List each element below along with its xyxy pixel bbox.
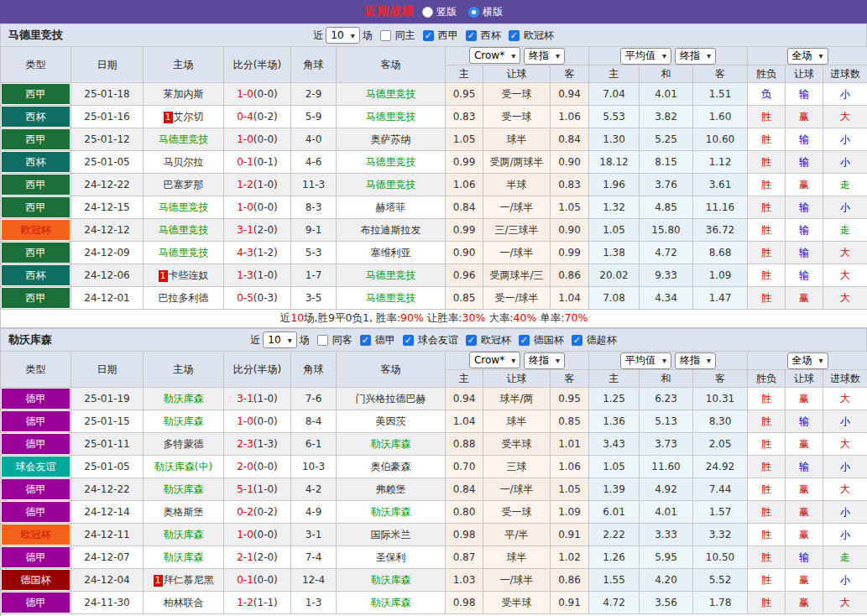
odds-source-select[interactable]: Crow*▾ bbox=[469, 47, 520, 64]
radio-icon[interactable] bbox=[468, 7, 479, 18]
league-checkbox-0[interactable] bbox=[360, 335, 371, 346]
handicap-line: 受一球 bbox=[483, 501, 551, 524]
league-checkbox-4[interactable] bbox=[572, 335, 582, 346]
scope-select[interactable]: 全场▾ bbox=[787, 48, 828, 65]
col-header-odds-away: 客 bbox=[551, 65, 589, 83]
layout-option-vertical[interactable]: 竖版 bbox=[422, 5, 457, 19]
avg-away: 5.52 bbox=[693, 569, 748, 592]
home-team[interactable]: 勒沃库森 bbox=[144, 524, 224, 546]
halftime-score: (0-0) bbox=[253, 133, 278, 145]
handicap-line: 一/球半 bbox=[483, 242, 551, 264]
result-handicap: 赢 bbox=[786, 592, 823, 614]
avg-home: 1.25 bbox=[589, 388, 640, 410]
away-team[interactable]: 马德里竞技 bbox=[337, 287, 446, 310]
avg-home: 1.38 bbox=[589, 242, 640, 264]
summary-segment: 90% bbox=[400, 311, 424, 324]
league-checkbox-1[interactable] bbox=[403, 335, 414, 346]
home-team[interactable]: 勒沃库森 bbox=[144, 478, 224, 501]
away-team[interactable]: 弗赖堡 bbox=[337, 478, 446, 501]
away-team[interactable]: 勒沃库森 bbox=[337, 569, 446, 592]
away-team[interactable]: 勒沃库森 bbox=[337, 501, 446, 524]
radio-icon[interactable] bbox=[422, 7, 433, 18]
league-checkbox-0[interactable] bbox=[423, 30, 434, 41]
score-halftime: 0-5(0-3) bbox=[224, 287, 291, 310]
away-team[interactable]: 马德里竞技 bbox=[337, 151, 446, 174]
fulltime-score: 0-1 bbox=[237, 574, 253, 586]
average-select[interactable]: 平均值▾ bbox=[620, 352, 671, 369]
same-side-checkbox[interactable] bbox=[380, 30, 391, 41]
fulltime-score: 5-1 bbox=[237, 483, 253, 495]
league-checkbox-2[interactable] bbox=[509, 30, 520, 41]
away-team[interactable]: 门兴格拉德巴赫 bbox=[337, 388, 446, 410]
league-checkbox-1[interactable] bbox=[466, 30, 477, 41]
away-team[interactable]: 勒沃库森 bbox=[337, 433, 446, 456]
col-header-result-goals: 进球数 bbox=[823, 65, 867, 83]
home-team[interactable]: 莱加内斯 bbox=[144, 83, 224, 106]
summary-segment: 70% bbox=[565, 311, 588, 324]
result-goals: 小 bbox=[823, 456, 867, 478]
home-team[interactable]: 马德里竞技 bbox=[144, 128, 224, 151]
odds-final-select[interactable]: 终指▾ bbox=[524, 48, 565, 65]
same-side-checkbox[interactable] bbox=[317, 335, 328, 346]
away-team[interactable]: 奥萨苏纳 bbox=[337, 128, 446, 151]
corner-count: 5-3 bbox=[291, 242, 337, 264]
home-team[interactable]: 1艾尔切 bbox=[144, 106, 224, 128]
away-team[interactable]: 圣保利 bbox=[337, 546, 446, 569]
away-team[interactable]: 马德里竞技 bbox=[337, 83, 446, 106]
result-handicap: 输 bbox=[786, 456, 823, 478]
away-team[interactable]: 国际米兰 bbox=[337, 524, 446, 546]
avg-away: 10.60 bbox=[693, 128, 748, 151]
away-team[interactable]: 赫塔菲 bbox=[337, 196, 446, 219]
result-wdl: 胜 bbox=[748, 478, 786, 501]
result-wdl: 胜 bbox=[748, 196, 786, 219]
league-checkbox-3[interactable] bbox=[519, 335, 530, 346]
match-count-select[interactable]: 10▾ bbox=[263, 331, 296, 348]
odds-source-select[interactable]: Crow*▾ bbox=[469, 352, 520, 368]
team-name-text: 美因茨 bbox=[376, 415, 406, 427]
away-team[interactable]: 勒沃库森 bbox=[337, 592, 446, 614]
home-team[interactable]: 勒沃库森 bbox=[144, 546, 224, 569]
away-team[interactable]: 马德里竞技 bbox=[337, 174, 446, 196]
match-date: 25-01-19 bbox=[71, 388, 144, 410]
home-team[interactable]: 巴拉多利德 bbox=[144, 287, 224, 310]
layout-option-horizontal[interactable]: 横版 bbox=[468, 5, 503, 19]
team-name-text: 马贝尔拉 bbox=[164, 156, 204, 168]
average-select[interactable]: 平均值▾ bbox=[620, 48, 671, 65]
away-team[interactable]: 马德里竞技 bbox=[337, 264, 446, 287]
away-team[interactable]: 美因茨 bbox=[337, 410, 446, 433]
away-team[interactable]: 奥伯豪森 bbox=[337, 456, 446, 478]
home-team[interactable]: 勒沃库森 bbox=[144, 410, 224, 433]
average-final-select[interactable]: 终指▾ bbox=[675, 352, 716, 369]
home-team[interactable]: 马德里竞技 bbox=[144, 219, 224, 242]
home-team[interactable]: 勒沃库森 bbox=[144, 388, 224, 410]
average-final-select[interactable]: 终指▾ bbox=[675, 48, 716, 65]
match-count-select[interactable]: 10▾ bbox=[326, 27, 359, 44]
score-halftime: 1-0(0-0) bbox=[224, 524, 291, 546]
scope-select[interactable]: 全场▾ bbox=[787, 352, 828, 369]
home-team[interactable]: 马贝尔拉 bbox=[144, 151, 224, 174]
odds-away: 0.85 bbox=[551, 410, 589, 433]
home-team[interactable]: 1卡些连奴 bbox=[144, 264, 224, 287]
match-date: 25-01-05 bbox=[71, 151, 144, 174]
match-date: 24-12-22 bbox=[71, 174, 144, 196]
home-team[interactable]: 勒沃库森(中) bbox=[144, 456, 224, 478]
home-team[interactable]: 1拜仁慕尼黑 bbox=[144, 569, 224, 592]
match-row: 德国杯 24-12-04 1拜仁慕尼黑 0-1(0-0) 12-4 勒沃库森 1… bbox=[1, 569, 867, 592]
league-checkbox-2[interactable] bbox=[466, 335, 477, 346]
home-team[interactable]: 柏林联合 bbox=[144, 592, 224, 614]
result-goals: 大 bbox=[823, 106, 867, 128]
odds-final-select[interactable]: 终指▾ bbox=[524, 352, 565, 369]
team-name-text: 卡些连奴 bbox=[169, 269, 209, 281]
fulltime-score: 2-1 bbox=[237, 551, 253, 563]
away-team[interactable]: 塞维利亚 bbox=[337, 242, 446, 264]
match-count-label: 场 bbox=[363, 29, 373, 43]
home-team[interactable]: 马德里竞技 bbox=[144, 196, 224, 219]
home-team[interactable]: 多特蒙德 bbox=[144, 433, 224, 456]
near-label: 近 bbox=[313, 29, 323, 43]
away-team[interactable]: 马德里竞技 bbox=[337, 106, 446, 128]
home-team[interactable]: 奥格斯堡 bbox=[144, 501, 224, 524]
away-team[interactable]: 布拉迪斯拉发 bbox=[337, 219, 446, 242]
home-team[interactable]: 马德里竞技 bbox=[144, 242, 224, 264]
league-badge-cell: 西甲 bbox=[1, 242, 71, 264]
home-team[interactable]: 巴塞罗那 bbox=[144, 174, 224, 196]
